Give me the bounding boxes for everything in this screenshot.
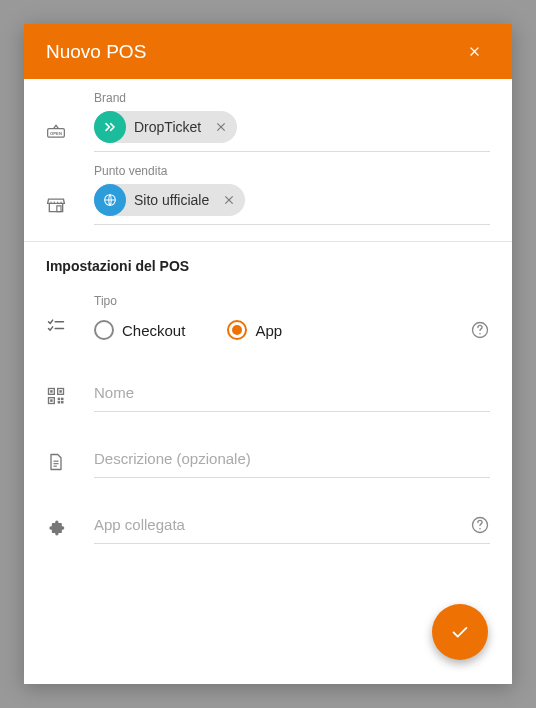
svg-rect-17: [61, 401, 64, 404]
description-input[interactable]: [94, 444, 490, 473]
document-icon: [46, 452, 66, 472]
app-linked-row: [24, 498, 512, 544]
app-linked-input[interactable]: [94, 510, 470, 539]
description-row: [24, 432, 512, 478]
brand-chip-avatar: [94, 111, 126, 143]
svg-rect-9: [50, 390, 53, 393]
svg-text:OPEN: OPEN: [50, 131, 62, 136]
svg-rect-14: [58, 398, 61, 401]
svg-point-7: [479, 333, 481, 335]
tipo-radio-group: Checkout App: [94, 314, 282, 346]
venue-chip-label: Sito ufficiale: [126, 192, 219, 208]
checklist-icon: [46, 316, 66, 336]
modal-body: OPEN Brand DropTicket: [24, 79, 512, 684]
svg-rect-13: [50, 399, 53, 402]
globe-icon: [102, 192, 118, 208]
name-row: [24, 366, 512, 412]
open-sign-icon: OPEN: [46, 122, 66, 142]
close-button[interactable]: [458, 36, 490, 68]
qr-icon: [46, 386, 66, 406]
venue-chip-remove[interactable]: [219, 190, 239, 210]
brand-chip-label: DropTicket: [126, 119, 211, 135]
svg-rect-15: [61, 398, 64, 401]
app-help-button[interactable]: [470, 515, 490, 535]
radio-icon: [94, 320, 114, 340]
radio-icon: [227, 320, 247, 340]
svg-point-22: [479, 527, 481, 529]
storefront-icon: [46, 195, 66, 215]
tipo-row: Tipo Checkout App: [24, 282, 512, 346]
tipo-help-button[interactable]: [470, 320, 490, 340]
chevrons-right-icon: [102, 119, 118, 135]
venue-label: Punto vendita: [94, 164, 490, 178]
settings-section-title: Impostazioni del POS: [24, 242, 512, 282]
close-icon: [222, 193, 236, 207]
tipo-radio-checkout[interactable]: Checkout: [94, 320, 185, 340]
modal-header: Nuovo POS: [24, 24, 512, 79]
tipo-radio-app-label: App: [255, 322, 282, 339]
venue-chip-avatar: [94, 184, 126, 216]
brand-chip-remove[interactable]: [211, 117, 231, 137]
check-icon: [449, 621, 471, 643]
venue-row: Punto vendita Sito ufficiale: [24, 152, 512, 225]
close-icon: [214, 120, 228, 134]
tipo-radio-checkout-label: Checkout: [122, 322, 185, 339]
help-icon: [470, 515, 490, 535]
tipo-radio-app[interactable]: App: [227, 320, 282, 340]
name-input[interactable]: [94, 378, 490, 407]
help-icon: [470, 320, 490, 340]
modal-title: Nuovo POS: [46, 41, 146, 63]
confirm-fab[interactable]: [432, 604, 488, 660]
svg-rect-16: [58, 401, 61, 404]
tipo-label: Tipo: [94, 294, 490, 308]
venue-chip[interactable]: Sito ufficiale: [94, 184, 245, 216]
brand-label: Brand: [94, 91, 490, 105]
svg-rect-11: [59, 390, 62, 393]
brand-chip[interactable]: DropTicket: [94, 111, 237, 143]
new-pos-modal: Nuovo POS OPEN Brand: [24, 24, 512, 684]
svg-rect-2: [57, 206, 61, 212]
brand-row: OPEN Brand DropTicket: [24, 79, 512, 152]
close-icon: [467, 44, 482, 59]
puzzle-icon: [46, 518, 66, 538]
